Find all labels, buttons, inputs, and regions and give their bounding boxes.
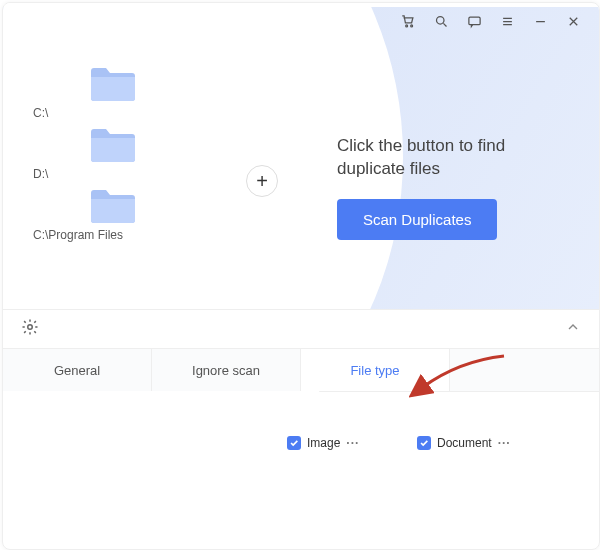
checkbox-document[interactable]: Document ··· <box>417 436 547 450</box>
main-panel: C:\ D:\ C:\Program Files + Click the but… <box>3 7 599 309</box>
folder-icon <box>85 185 141 228</box>
cart-icon[interactable] <box>401 14 416 29</box>
option-label: Image <box>307 436 340 450</box>
cta-block: Click the button to find duplicate files… <box>337 135 567 240</box>
svg-point-0 <box>406 24 408 26</box>
svg-point-1 <box>411 24 413 26</box>
menu-icon[interactable] <box>500 14 515 29</box>
tab-empty <box>450 349 599 391</box>
checkbox-icon <box>417 436 431 450</box>
checkbox-image[interactable]: Image ··· <box>287 436 417 450</box>
gear-icon[interactable] <box>21 318 39 340</box>
settings-strip <box>3 309 599 349</box>
search-icon[interactable] <box>434 14 449 29</box>
folder-icon <box>85 63 141 106</box>
minimize-button[interactable] <box>533 14 548 29</box>
collapse-chevron-icon[interactable] <box>565 319 581 339</box>
folder-label: C:\ <box>33 106 233 120</box>
tab-ignore-scan[interactable]: Ignore scan <box>152 349 301 391</box>
source-folder-list: C:\ D:\ C:\Program Files <box>33 63 233 246</box>
close-button[interactable] <box>566 14 581 29</box>
folder-item[interactable]: C:\ <box>33 63 233 120</box>
tab-general[interactable]: General <box>3 349 152 391</box>
tab-file-type[interactable]: File type <box>301 349 450 391</box>
svg-rect-3 <box>469 17 480 25</box>
cta-headline: Click the button to find duplicate files <box>337 135 567 181</box>
scan-duplicates-button[interactable]: Scan Duplicates <box>337 199 497 240</box>
plus-icon: + <box>256 170 268 193</box>
title-bar <box>3 3 599 35</box>
folder-icon <box>85 124 141 167</box>
folder-label: D:\ <box>33 167 233 181</box>
more-icon[interactable]: ··· <box>498 436 511 450</box>
folder-label: C:\Program Files <box>33 228 233 242</box>
app-window: C:\ D:\ C:\Program Files + Click the but… <box>2 2 600 550</box>
more-icon[interactable]: ··· <box>346 436 359 450</box>
svg-point-4 <box>28 325 33 330</box>
checkbox-icon <box>287 436 301 450</box>
option-label: Document <box>437 436 492 450</box>
feedback-icon[interactable] <box>467 14 482 29</box>
add-folder-button[interactable]: + <box>246 165 278 197</box>
folder-item[interactable]: D:\ <box>33 124 233 181</box>
settings-tabs: General Ignore scan File type <box>3 349 599 392</box>
folder-item[interactable]: C:\Program Files <box>33 185 233 242</box>
svg-point-2 <box>437 16 445 24</box>
